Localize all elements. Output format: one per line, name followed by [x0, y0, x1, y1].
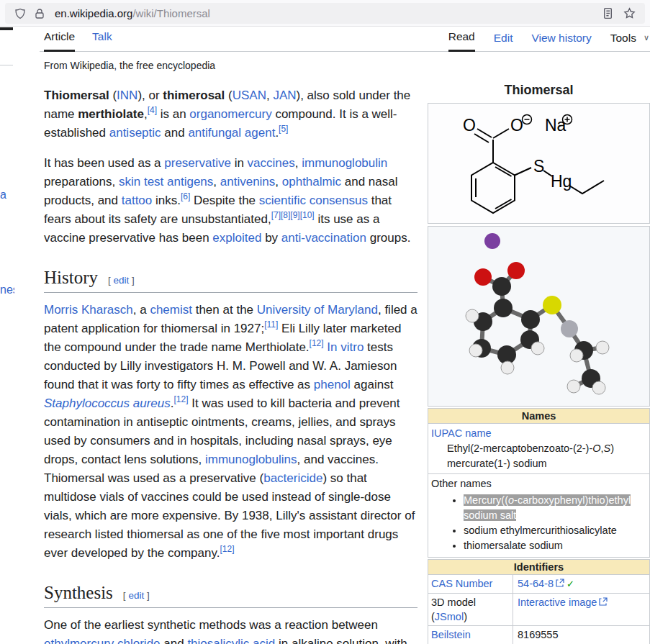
wiki-link[interactable]: antiseptic — [109, 126, 161, 140]
wiki-link[interactable]: antifungal agent — [188, 126, 275, 140]
text-span: One of the earliest synthetic methods wa… — [44, 618, 378, 632]
wiki-link[interactable]: ophthalmic — [282, 175, 341, 189]
edit-section-link[interactable]: [ edit ] — [123, 590, 150, 601]
wiki-link[interactable]: ethylmercury chloride — [44, 637, 161, 644]
reference-link[interactable]: [7][8][9][10] — [271, 210, 315, 220]
wiki-link[interactable]: Morris Kharasch — [44, 303, 133, 317]
names-section-header: Names — [428, 408, 650, 424]
reference-link[interactable]: [6] — [181, 191, 190, 201]
reference-link[interactable]: [11] — [264, 319, 278, 330]
lock-icon[interactable] — [34, 8, 45, 19]
wiki-link[interactable]: Interactive image — [518, 597, 597, 608]
intro-paragraph-1: Thiomersal (INN), or thimerosal (USAN, J… — [44, 86, 418, 142]
synthesis-heading: Synthesis[ edit ] — [44, 583, 417, 608]
wiki-link[interactable]: exploited — [212, 231, 261, 245]
text-span: mercurate(1-) sodium — [447, 458, 547, 469]
text-span: o — [508, 494, 514, 506]
oxygen-atom — [507, 262, 525, 279]
wiki-link[interactable]: preservative — [164, 156, 231, 170]
skeletal-formula: O O Na S Hg — [428, 104, 649, 221]
tab-talk[interactable]: Talk — [92, 30, 112, 52]
text-span: is an — [157, 107, 189, 121]
wiki-link[interactable]: chemist — [150, 303, 192, 317]
reader-mode-icon[interactable] — [602, 7, 614, 19]
clipped-link-fragment[interactable]: nes — [0, 284, 14, 298]
bookmark-star-icon[interactable] — [623, 7, 636, 19]
wiki-link[interactable]: scientific consensus — [259, 194, 368, 207]
wiki-link[interactable]: bactericide — [263, 471, 322, 485]
wiki-link[interactable]: JAN — [273, 89, 296, 102]
tab-view-history[interactable]: View history — [531, 32, 591, 51]
background-tab-underline — [0, 27, 13, 30]
wiki-link[interactable]: Staphylococcus aureus — [44, 396, 171, 410]
reference-link[interactable]: [12] — [310, 338, 324, 348]
reference-link[interactable]: [5] — [279, 124, 288, 134]
wiki-link[interactable]: organomercury — [189, 107, 271, 121]
wiki-link[interactable]: immunoglobulin — [302, 156, 387, 170]
wiki-link[interactable]: vaccines — [248, 156, 295, 170]
shield-icon[interactable] — [14, 8, 26, 19]
ball-stick-model — [428, 227, 649, 404]
synthesis-paragraph: One of the earliest synthetic methods wa… — [44, 616, 418, 644]
text-span: Ethyl(2-mercaptobenzoato-(2-)- — [447, 443, 592, 454]
iupac-name-link[interactable]: IUPAC name — [431, 427, 492, 439]
reference-link[interactable]: [12] — [174, 394, 189, 404]
wiki-link[interactable]: thiosalicylic acid — [187, 637, 275, 644]
text-span: and — [161, 126, 189, 140]
wiki-link[interactable]: immunoglobulins — [205, 453, 297, 466]
wiki-link[interactable]: 54-64-8 — [518, 578, 554, 589]
text-span: preparations, — [44, 175, 119, 189]
clipped-link-fragment[interactable]: al — [0, 189, 6, 203]
text-span: Thiomersal — [44, 89, 109, 102]
atom-O: O — [463, 116, 476, 135]
wiki-link[interactable]: tattoo — [122, 194, 153, 207]
tab-edit[interactable]: Edit — [494, 32, 513, 51]
tab-article[interactable]: Article — [44, 30, 75, 52]
wiki-link[interactable]: antivenins — [220, 175, 276, 189]
wiki-link[interactable]: Beilstein Reference — [431, 629, 479, 644]
external-link-icon[interactable] — [556, 576, 564, 585]
identifiers-section-header: Identifiers — [428, 559, 650, 575]
wiki-link[interactable]: anti-vaccination — [281, 231, 366, 245]
text-span: against — [351, 378, 394, 391]
wiki-link[interactable]: USAN — [233, 89, 266, 102]
reference-link[interactable]: [4] — [148, 105, 157, 115]
text-span: O — [592, 443, 600, 454]
structure-3d-image[interactable] — [428, 226, 650, 407]
tools-menu[interactable]: Tools — [610, 32, 636, 51]
identifier-row: Beilstein Reference8169555 — [428, 626, 650, 644]
wiki-link[interactable]: University of Maryland — [257, 303, 378, 317]
text-span: ), or — [137, 89, 163, 102]
other-name-item: sodium ethylmercurithiosalicylate — [464, 523, 646, 538]
tab-read[interactable]: Read — [448, 30, 475, 52]
identifier-label: Beilstein Reference — [428, 626, 513, 644]
wiki-link[interactable]: phenol — [314, 378, 351, 391]
text-span: ( — [225, 89, 232, 102]
wiki-link[interactable]: CAS Number — [431, 578, 492, 589]
text-span: merthiolate — [78, 107, 144, 121]
other-name-item: Mercury((o-carboxyphenyl)thio)ethyl sodi… — [464, 493, 646, 523]
structure-2d-image[interactable]: O O Na S Hg — [428, 103, 650, 224]
edit-link[interactable]: edit — [128, 590, 144, 601]
identifier-value: 8169555 — [513, 626, 649, 644]
atom-O-minus: O — [510, 116, 523, 135]
text-span: , — [275, 175, 281, 189]
edit-link[interactable]: edit — [114, 275, 130, 286]
iupac-name-value: Ethyl(2-mercaptobenzoato-(2-)-O,S)mercur… — [431, 441, 646, 471]
wiki-link[interactable]: INN — [117, 89, 137, 102]
address-text[interactable]: en.wikipedia.org/wiki/Thiomersal — [55, 7, 602, 19]
wiki-link[interactable]: In vitro — [327, 340, 364, 354]
text-span: , a — [133, 303, 150, 317]
text-span: , — [213, 175, 220, 189]
wiki-link[interactable]: JSmol — [435, 611, 464, 622]
wiki-link[interactable]: skin test antigens — [119, 175, 213, 189]
heading-text: History — [44, 268, 98, 287]
reference-link[interactable]: [12] — [220, 544, 234, 554]
url-bar[interactable]: en.wikipedia.org/wiki/Thiomersal — [5, 3, 645, 24]
chevron-down-icon[interactable]: ∨ — [644, 33, 649, 49]
oxygen-atom — [474, 268, 492, 286]
url-host: en.wikipedia.org — [55, 7, 132, 19]
external-link-icon[interactable] — [599, 595, 608, 604]
text-span: by — [261, 231, 281, 245]
edit-section-link[interactable]: [ edit ] — [108, 275, 135, 286]
